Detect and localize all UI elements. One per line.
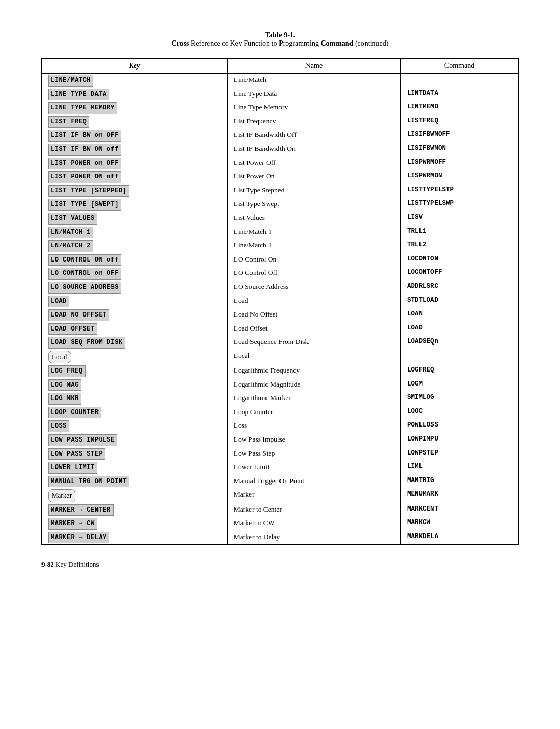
key-cell-20: Local xyxy=(42,350,228,364)
table-row: MARKER → CENTERMarker to CenterMARKCENT xyxy=(42,503,519,517)
cmd-cell-2: LINTMEMO xyxy=(401,101,519,115)
cmd-cell-13: LOCONTON xyxy=(401,253,519,267)
cmd-cell-3: LISTFREQ xyxy=(401,115,519,129)
name-cell-19: Load Sequence From Disk xyxy=(227,336,400,350)
key-cell-17: LOAD NO OFFSET xyxy=(42,308,228,322)
table-row: MARKER → DELAYMarker to DelayMARKDELA xyxy=(42,531,519,545)
name-cell-15: LO Source Address xyxy=(227,281,400,295)
name-cell-1: Line Type Data xyxy=(227,88,400,102)
key-cell-5: LIST IF BW ON off xyxy=(42,143,228,157)
table-row: LOW PASS IMPULSELow Pass ImpulseLOWPIMPU xyxy=(42,433,519,447)
table-row: LIST TYPE [STEPPED]List Type SteppedLIST… xyxy=(42,184,519,198)
name-cell-10: List Values xyxy=(227,212,400,226)
cmd-cell-9: LISTTYPELSWP xyxy=(401,198,519,212)
table-row: LO CONTROL on OFFLO Control OffLOCONTOFF xyxy=(42,267,519,281)
name-cell-22: Logarithmic Magnitude xyxy=(227,378,400,392)
key-cell-23: LOG MKR xyxy=(42,392,228,406)
key-cell-8: LIST TYPE [STEPPED] xyxy=(42,184,228,198)
cmd-cell-22: LOGM xyxy=(401,378,519,392)
name-cell-33: Marker to Delay xyxy=(227,531,400,545)
name-cell-25: Loss xyxy=(227,419,400,433)
key-cell-33: MARKER → DELAY xyxy=(42,531,228,545)
cmd-cell-26: LOWPIMPU xyxy=(401,433,519,447)
key-cell-10: LIST VALUES xyxy=(42,212,228,226)
name-cell-5: List IF Bandwidth On xyxy=(227,143,400,157)
table-row: LO CONTROL ON offLO Control OnLOCONTON xyxy=(42,253,519,267)
table-row: LOAD SEQ FROM DISKLoad Sequence From Dis… xyxy=(42,336,519,350)
table-row: MARKER → CWMarker to CWMARKCW xyxy=(42,517,519,531)
name-cell-8: List Type Stepped xyxy=(227,184,400,198)
key-cell-1: LINE TYPE DATA xyxy=(42,88,228,102)
cmd-cell-8: LISTTYPELSTP xyxy=(401,184,519,198)
key-cell-2: LINE TYPE MEMORY xyxy=(42,101,228,115)
name-cell-26: Low Pass Impulse xyxy=(227,433,400,447)
cmd-cell-33: MARKDELA xyxy=(401,531,519,545)
cmd-cell-25: POWLLOSS xyxy=(401,419,519,433)
table-row: LOG MKRLogarithmic MarkerSMIMLOG xyxy=(42,392,519,406)
table-row: LIST TYPE [SWEPT]List Type SweptLISTTYPE… xyxy=(42,198,519,212)
key-cell-27: LOW PASS STEP xyxy=(42,447,228,461)
col-name: Name xyxy=(227,59,400,74)
cmd-cell-4: LISIFBWMOFF xyxy=(401,129,519,143)
name-cell-0: Line/Match xyxy=(227,74,400,88)
name-cell-7: List Power On xyxy=(227,170,400,184)
cmd-cell-32: MARKCW xyxy=(401,517,519,531)
key-cell-24: LOOP COUNTER xyxy=(42,406,228,420)
table-row: LocalLocal xyxy=(42,350,519,364)
cmd-cell-12: TRLL2 xyxy=(401,239,519,253)
key-cell-0: LINE/MATCH xyxy=(42,74,228,88)
name-cell-23: Logarithmic Marker xyxy=(227,392,400,406)
name-cell-29: Manual Trigger On Point xyxy=(227,475,400,489)
key-cell-22: LOG MAG xyxy=(42,378,228,392)
name-cell-28: Lower Limit xyxy=(227,461,400,475)
cmd-cell-0 xyxy=(401,74,519,88)
table-row: LOWER LIMITLower LimitLIML xyxy=(42,461,519,475)
cmd-cell-30: MENUMARK xyxy=(401,488,519,503)
name-cell-11: Line/Match 1 xyxy=(227,226,400,240)
key-cell-32: MARKER → CW xyxy=(42,517,228,531)
key-cell-3: LIST FREQ xyxy=(42,115,228,129)
table-row: LIST IF BW on OFFList IF Bandwidth OffLI… xyxy=(42,129,519,143)
table-row: MarkerMarkerMENUMARK xyxy=(42,488,519,503)
name-cell-27: Low Pass Step xyxy=(227,447,400,461)
key-cell-16: LOAD xyxy=(42,295,228,309)
cmd-cell-10: LISV xyxy=(401,212,519,226)
key-cell-25: LOSS xyxy=(42,419,228,433)
table-row: LN/MATCH 1Line/Match 1TRLL1 xyxy=(42,226,519,240)
cmd-cell-28: LIML xyxy=(401,461,519,475)
name-cell-20: Local xyxy=(227,350,400,364)
table-row: LIST FREQList FrequencyLISTFREQ xyxy=(42,115,519,129)
key-cell-15: LO SOURCE ADDRESS xyxy=(42,281,228,295)
table-row: LOG MAGLogarithmic MagnitudeLOGM xyxy=(42,378,519,392)
name-cell-17: Load No Offset xyxy=(227,308,400,322)
cmd-cell-18: LOA0 xyxy=(401,322,519,336)
page-footer: 9-82 Key Definitions xyxy=(41,560,519,569)
cmd-cell-27: LOWPSTEP xyxy=(401,447,519,461)
key-cell-7: LIST POWER ON off xyxy=(42,170,228,184)
table-row: LIST POWER ON offList Power OnLISPWRMON xyxy=(42,170,519,184)
cmd-cell-16: STDTLOAD xyxy=(401,295,519,309)
cmd-cell-11: TRLL1 xyxy=(401,226,519,240)
table-row: LN/MATCH 2Line/Match 1TRLL2 xyxy=(42,239,519,253)
name-cell-30: Marker xyxy=(227,488,400,503)
cmd-cell-20 xyxy=(401,350,519,364)
table-title: Cross Reference of Key Function to Progr… xyxy=(41,39,519,48)
cmd-cell-17: LOAN xyxy=(401,308,519,322)
name-cell-32: Marker to CW xyxy=(227,517,400,531)
table-row: LINE TYPE DATALine Type DataLINTDATA xyxy=(42,88,519,102)
table-row: LOG FREQLogarithmic FrequencyLOGFREQ xyxy=(42,364,519,378)
cmd-cell-5: LISIFBWMON xyxy=(401,143,519,157)
cmd-cell-6: LISPWRMOFF xyxy=(401,157,519,171)
table-row: LOSSLossPOWLLOSS xyxy=(42,419,519,433)
key-cell-12: LN/MATCH 2 xyxy=(42,239,228,253)
key-cell-14: LO CONTROL on OFF xyxy=(42,267,228,281)
col-command: Command xyxy=(401,59,519,74)
cmd-cell-1: LINTDATA xyxy=(401,88,519,102)
name-cell-6: List Power Off xyxy=(227,157,400,171)
table-row: LOAD NO OFFSETLoad No OffsetLOAN xyxy=(42,308,519,322)
cmd-cell-29: MANTRIG xyxy=(401,475,519,489)
key-cell-30: Marker xyxy=(42,488,228,503)
table-ref: Table 9-1. xyxy=(41,31,519,39)
cmd-cell-19: LOADSEQn xyxy=(401,336,519,350)
cmd-cell-21: LOGFREQ xyxy=(401,364,519,378)
